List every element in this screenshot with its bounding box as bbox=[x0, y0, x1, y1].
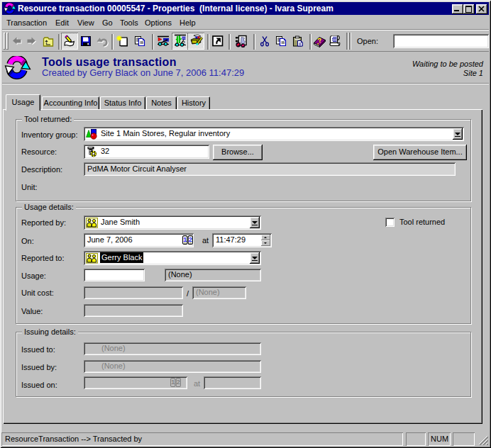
svg-text:1: 1 bbox=[171, 379, 175, 386]
svg-text:2: 2 bbox=[177, 379, 180, 386]
svg-text:1: 1 bbox=[183, 236, 187, 243]
svg-text:2: 2 bbox=[189, 236, 192, 243]
